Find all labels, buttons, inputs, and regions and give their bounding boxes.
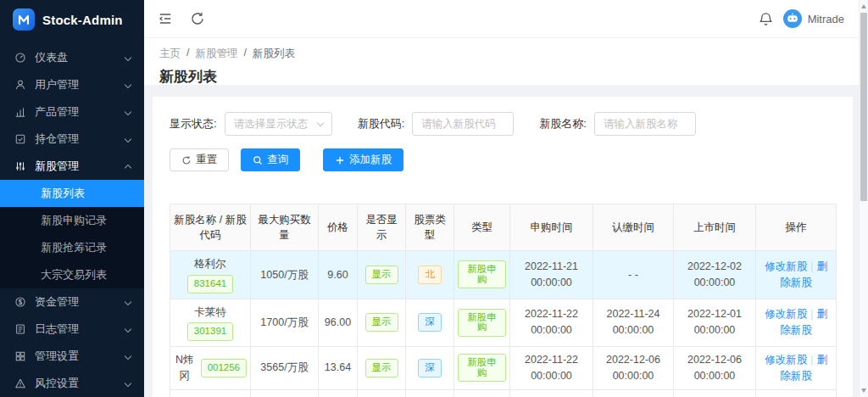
new-stock-table: 新股名称 / 新股代码 最大购买数量 价格 是否显示 股票类型 类型 申购时间 … bbox=[170, 204, 837, 397]
cell-pay-time: 2022-11-24 00:00:00 bbox=[593, 299, 674, 346]
main-area: Mitrade 主页 / 新股管理 / 新股列表 新股列表 显示状态: 请选择显… bbox=[144, 0, 868, 397]
scrollbar-thumb[interactable] bbox=[860, 13, 867, 201]
grid-icon bbox=[14, 350, 26, 362]
cell-visible: 显示 bbox=[358, 389, 406, 397]
sidebar-item-label: 用户管理 bbox=[35, 77, 79, 92]
breadcrumb-separator: / bbox=[243, 47, 246, 61]
breadcrumb-home[interactable]: 主页 bbox=[159, 47, 181, 61]
cell-apply-time: 2022-11-21 00:00:00 bbox=[510, 251, 593, 299]
new-stock-submenu: 新股列表 新股申购记录 新股抢筹记录 大宗交易列表 bbox=[0, 180, 144, 288]
edit-stock-link[interactable]: 修改新股 bbox=[765, 308, 807, 320]
type-badge: 新股申购 bbox=[458, 309, 506, 337]
submenu-item-new-stock-list[interactable]: 新股列表 bbox=[0, 180, 144, 207]
chevron-down-icon bbox=[125, 353, 131, 360]
status-select-placeholder: 请选择显示状态 bbox=[234, 117, 309, 131]
edit-stock-link[interactable]: 修改新股 bbox=[765, 354, 807, 366]
app-logo[interactable]: Stock-Admin bbox=[0, 0, 144, 39]
cell-max-buy: 1050/万股 bbox=[251, 251, 319, 299]
filter-code-group: 新股代码: bbox=[358, 112, 515, 136]
name-input[interactable] bbox=[594, 112, 696, 136]
submenu-item-rush-records[interactable]: 新股抢筹记录 bbox=[0, 234, 144, 261]
chevron-down-icon bbox=[125, 81, 131, 88]
sidebar-item-products[interactable]: 产品管理 bbox=[0, 98, 144, 126]
cell-stock-type: 北 bbox=[406, 251, 454, 299]
notification-bell-icon[interactable] bbox=[759, 12, 773, 26]
name-filter-label: 新股名称: bbox=[539, 116, 587, 131]
cell-type: 新股申购 bbox=[454, 299, 510, 346]
cell-list-time: 2022-12-02 bbox=[674, 389, 756, 397]
col-stock-type: 股票类型 bbox=[406, 204, 454, 251]
cell-price: 78.00 bbox=[319, 389, 358, 397]
top-bar-right: Mitrade bbox=[759, 9, 844, 28]
sidebar-item-label: 新股管理 bbox=[35, 159, 79, 174]
sidebar-item-label: 产品管理 bbox=[35, 104, 79, 120]
cell-visible: 显示 bbox=[358, 251, 406, 299]
scrollbar-down-arrow[interactable] bbox=[861, 389, 866, 393]
breadcrumb-current: 新股列表 bbox=[253, 47, 295, 61]
refresh-icon[interactable] bbox=[190, 11, 205, 26]
cell-stock-type: 深 bbox=[406, 346, 454, 389]
cell-max-buy: 1700/万股 bbox=[251, 299, 319, 346]
search-button[interactable]: 查询 bbox=[241, 148, 300, 171]
stock-type-badge: 北 bbox=[418, 266, 442, 284]
code-filter-label: 新股代码: bbox=[358, 116, 405, 131]
table-row: 格利尔 831641 1050/万股 9.60 显示 北 新股申购 2022-1… bbox=[170, 251, 837, 299]
user-icon bbox=[14, 79, 26, 91]
sidebar-item-logs[interactable]: 日志管理 bbox=[0, 316, 144, 343]
cell-actions: 修改新股|删除新股 bbox=[756, 389, 837, 397]
cell-type: 新股申购 bbox=[454, 389, 510, 397]
page-scrollbar[interactable] bbox=[859, 0, 868, 397]
type-badge: 新股申购 bbox=[458, 260, 506, 288]
cell-name-code: 三未信安 bbox=[170, 389, 251, 397]
cell-pay-time: 2022-11-25 bbox=[593, 389, 674, 397]
cell-type: 新股申购 bbox=[454, 251, 510, 299]
stock-code-badge: 831641 bbox=[187, 275, 233, 294]
cell-type: 新股申购 bbox=[454, 346, 510, 389]
submenu-item-block-trade-list[interactable]: 大宗交易列表 bbox=[0, 261, 144, 288]
chevron-up-icon bbox=[125, 165, 131, 171]
cell-visible: 显示 bbox=[358, 299, 406, 346]
sidebar-item-users[interactable]: 用户管理 bbox=[0, 71, 144, 98]
cell-price: 96.00 bbox=[319, 299, 358, 346]
cell-actions: 修改新股|删除新股 bbox=[756, 251, 837, 299]
col-price: 价格 bbox=[319, 204, 358, 251]
sidebar-item-new-stock[interactable]: 新股管理 bbox=[0, 153, 144, 180]
status-filter-label: 显示状态: bbox=[170, 116, 217, 131]
table-row: 卡莱特 301391 1700/万股 96.00 显示 深 新股申购 2022-… bbox=[170, 299, 837, 346]
edit-stock-link[interactable]: 修改新股 bbox=[765, 260, 807, 272]
code-input[interactable] bbox=[412, 112, 514, 136]
status-select[interactable]: 请选择显示状态 bbox=[225, 112, 332, 136]
sidebar-item-label: 仪表盘 bbox=[35, 50, 68, 65]
filter-name-group: 新股名称: bbox=[539, 112, 696, 136]
user-menu[interactable]: Mitrade bbox=[783, 9, 844, 28]
cell-name-code: N炜冈 001256 bbox=[170, 346, 251, 389]
cell-price: 9.60 bbox=[319, 251, 358, 299]
col-list-time: 上市时间 bbox=[674, 204, 756, 251]
cell-stock-type: 深 bbox=[406, 299, 454, 346]
menu-fold-icon[interactable] bbox=[158, 11, 173, 26]
sidebar-item-admin-settings[interactable]: 管理设置 bbox=[0, 343, 144, 370]
chevron-down-icon bbox=[125, 380, 131, 387]
chevron-down-icon bbox=[125, 109, 131, 115]
cell-pay-time: - - bbox=[593, 251, 674, 299]
sidebar-item-funds[interactable]: 资金管理 bbox=[0, 288, 144, 316]
reset-button[interactable]: 重置 bbox=[170, 148, 229, 171]
sidebar-item-dashboard[interactable]: 仪表盘 bbox=[0, 44, 144, 71]
stock-code-badge: 301391 bbox=[187, 322, 233, 341]
col-type: 类型 bbox=[454, 204, 510, 251]
add-new-stock-button[interactable]: 添加新股 bbox=[323, 148, 403, 171]
filter-status-group: 显示状态: 请选择显示状态 bbox=[170, 112, 332, 136]
user-name: Mitrade bbox=[808, 13, 844, 25]
dashboard-icon bbox=[14, 52, 26, 64]
sidebar-menu: 仪表盘 用户管理 产品管理 持仓管理 bbox=[0, 39, 144, 397]
sidebar-item-risk-settings[interactable]: 风控设置 bbox=[0, 370, 144, 397]
submenu-item-subscription-records[interactable]: 新股申购记录 bbox=[0, 207, 144, 234]
visible-badge: 显示 bbox=[365, 359, 398, 377]
chevron-down-icon bbox=[125, 54, 131, 61]
cell-list-time: 2022-12-01 00:00:00 bbox=[674, 299, 756, 346]
reset-button-label: 重置 bbox=[196, 153, 217, 167]
scrollbar-up-arrow[interactable] bbox=[861, 4, 866, 8]
search-icon bbox=[253, 155, 263, 165]
sidebar-item-positions[interactable]: 持仓管理 bbox=[0, 126, 144, 153]
breadcrumb-new-stock-mgmt[interactable]: 新股管理 bbox=[195, 47, 237, 61]
